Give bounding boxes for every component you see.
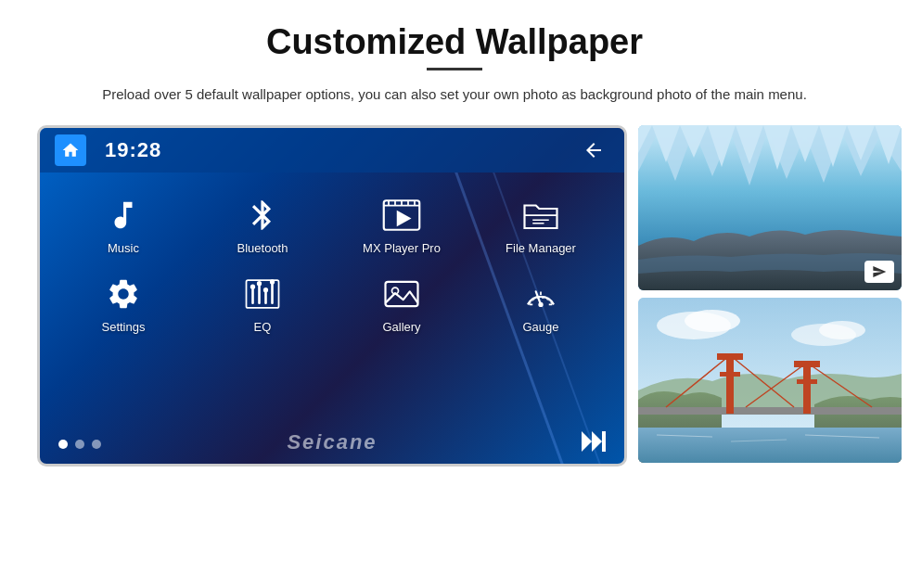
gallery-icon — [378, 274, 426, 314]
gauge-label: Gauge — [522, 320, 558, 334]
app-gallery[interactable]: Gallery — [337, 274, 467, 334]
music-label: Music — [108, 241, 139, 255]
svg-rect-46 — [797, 379, 817, 384]
dot-3[interactable] — [92, 440, 101, 449]
page-subtitle: Preload over 5 default wallpaper options… — [102, 83, 807, 105]
screen-bottom-bar: Seicane — [40, 424, 624, 464]
app-gauge[interactable]: Gauge — [476, 274, 606, 334]
folder-icon — [517, 195, 565, 236]
app-settings[interactable]: Settings — [58, 274, 188, 334]
svg-rect-29 — [602, 431, 606, 452]
screen-dots — [58, 440, 101, 449]
app-filemanager[interactable]: File Manager — [476, 195, 606, 255]
bluetooth-icon — [238, 195, 287, 236]
eq-icon — [238, 274, 287, 314]
app-mxplayer[interactable]: MX Player Pro — [337, 195, 467, 255]
svg-marker-7 — [397, 211, 412, 227]
right-photos — [638, 125, 902, 463]
svg-rect-43 — [720, 372, 740, 377]
gallery-label: Gallery — [382, 320, 420, 334]
svg-marker-28 — [592, 431, 602, 452]
photo-ice — [638, 125, 902, 290]
back-icon[interactable] — [578, 134, 609, 166]
music-icon — [99, 195, 147, 236]
dot-2[interactable] — [75, 440, 84, 449]
home-icon[interactable] — [55, 134, 86, 166]
photo-bridge — [638, 298, 902, 463]
video-icon — [378, 195, 426, 236]
eq-label: EQ — [254, 320, 272, 334]
svg-rect-40 — [638, 407, 902, 415]
app-music[interactable]: Music — [58, 195, 188, 255]
svg-rect-44 — [803, 361, 811, 414]
svg-rect-36 — [638, 428, 902, 463]
svg-marker-27 — [582, 431, 592, 452]
apps-row2: Settings — [40, 264, 624, 334]
settings-label: Settings — [102, 320, 146, 334]
app-eq[interactable]: EQ — [198, 274, 327, 334]
svg-point-19 — [270, 280, 275, 285]
skip-icon[interactable] — [582, 431, 606, 456]
bluetooth-label: Bluetooth — [237, 241, 288, 255]
settings-icon — [99, 274, 147, 314]
mxplayer-label: MX Player Pro — [363, 241, 441, 255]
apps-row1: Music Bluetooth — [40, 173, 624, 264]
svg-point-35 — [819, 321, 865, 339]
svg-point-16 — [250, 285, 255, 289]
svg-rect-11 — [247, 280, 279, 308]
svg-point-33 — [685, 310, 740, 332]
page-title: Customized Wallpaper — [266, 22, 643, 62]
photo-ice-container — [638, 125, 902, 290]
page-wrapper: Customized Wallpaper Preload over 5 defa… — [0, 0, 909, 588]
svg-point-18 — [263, 288, 268, 292]
ice-svg — [638, 125, 902, 290]
screen-time: 19:28 — [105, 138, 161, 162]
car-screen: 19:28 Music — [37, 125, 627, 467]
title-underline — [427, 68, 482, 70]
svg-rect-20 — [386, 282, 418, 306]
dot-1[interactable] — [58, 440, 68, 449]
content-area: 19:28 Music — [37, 125, 872, 467]
brand-watermark: Seicane — [287, 430, 377, 454]
filemanager-label: File Manager — [506, 241, 576, 255]
svg-point-23 — [538, 302, 543, 307]
svg-rect-42 — [717, 353, 743, 360]
screen-topbar: 19:28 — [40, 128, 624, 173]
svg-rect-41 — [726, 353, 734, 414]
svg-point-17 — [257, 281, 262, 286]
photo-bridge-container — [638, 298, 902, 463]
bridge-svg — [638, 298, 902, 463]
svg-rect-45 — [794, 361, 820, 367]
notification-badge — [864, 261, 894, 283]
gauge-icon — [517, 274, 565, 314]
app-bluetooth[interactable]: Bluetooth — [198, 195, 327, 255]
